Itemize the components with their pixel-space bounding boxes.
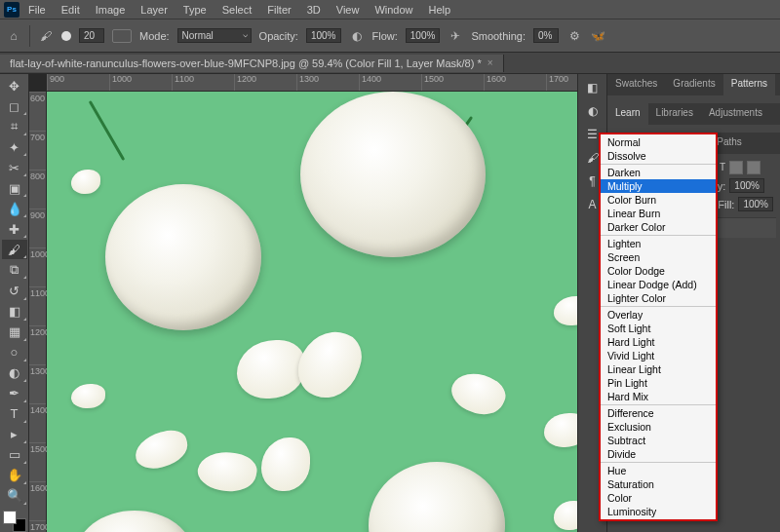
vertical-ruler[interactable]: 600 700 800 900 1000 1100 1200 1300 1400… bbox=[29, 92, 47, 532]
gradient-tool[interactable]: ▦ bbox=[2, 323, 27, 342]
blend-mode-option[interactable]: Linear Dodge (Add) bbox=[601, 278, 716, 291]
learn-tab-group: Learn Libraries Adjustments bbox=[607, 103, 780, 125]
blend-mode-option[interactable]: Color Burn bbox=[601, 193, 716, 207]
crop-tool[interactable]: ✂ bbox=[2, 158, 27, 177]
tab-libraries[interactable]: Libraries bbox=[648, 103, 701, 125]
zoom-tool[interactable]: 🔍 bbox=[2, 486, 27, 506]
lasso-tool[interactable]: ⌗ bbox=[2, 117, 27, 136]
brush-preset-picker[interactable] bbox=[112, 29, 132, 43]
airbrush-icon[interactable]: ✈ bbox=[448, 28, 463, 44]
blend-mode-option[interactable]: Darken bbox=[601, 166, 716, 179]
flower-stem bbox=[89, 100, 126, 161]
color-swatches[interactable] bbox=[3, 511, 26, 532]
blend-mode-option[interactable]: Color Dodge bbox=[601, 264, 716, 278]
blend-mode-option[interactable]: Lighten bbox=[601, 237, 716, 250]
filter-shape-icon[interactable] bbox=[729, 161, 743, 174]
blend-mode-option[interactable]: Screen bbox=[601, 250, 716, 264]
canvas[interactable] bbox=[47, 92, 577, 532]
frame-tool[interactable]: ▣ bbox=[2, 178, 27, 198]
eraser-tool[interactable]: ◧ bbox=[2, 302, 27, 322]
smoothing-gear-icon[interactable]: ⚙ bbox=[566, 28, 582, 44]
blend-mode-option[interactable]: Dissolve bbox=[601, 149, 716, 163]
ruler-tick: 1500 bbox=[421, 74, 484, 91]
blend-mode-option[interactable]: Difference bbox=[601, 406, 716, 420]
horizontal-ruler[interactable]: 900 1000 1100 1200 1300 1400 1500 1600 1… bbox=[47, 74, 577, 92]
blend-mode-option[interactable]: Hue bbox=[601, 464, 716, 477]
clone-stamp-tool[interactable]: ⧉ bbox=[2, 260, 27, 280]
quick-select-tool[interactable]: ✦ bbox=[2, 137, 27, 157]
menu-select[interactable]: Select bbox=[215, 2, 259, 18]
tab-learn[interactable]: Learn bbox=[607, 103, 648, 125]
mode-label: Mode: bbox=[139, 30, 170, 42]
ruler-tick: 1400 bbox=[359, 74, 421, 91]
dodge-tool[interactable]: ◐ bbox=[2, 363, 27, 383]
close-tab-icon[interactable]: × bbox=[488, 57, 493, 68]
blend-mode-option[interactable]: Hard Mix bbox=[601, 390, 716, 403]
healing-tool[interactable]: ✚ bbox=[2, 219, 27, 239]
marquee-tool[interactable]: ◻ bbox=[2, 96, 27, 116]
foreground-color[interactable] bbox=[3, 511, 17, 524]
blend-mode-option[interactable]: Overlay bbox=[601, 308, 716, 322]
tab-gradients[interactable]: Gradients bbox=[665, 74, 722, 95]
blend-mode-option[interactable]: Subtract bbox=[601, 434, 716, 447]
filter-smart-icon[interactable] bbox=[747, 161, 760, 174]
blend-mode-option[interactable]: Normal bbox=[601, 135, 716, 149]
home-icon[interactable]: ⌂ bbox=[6, 28, 21, 44]
pen-tool[interactable]: ✒ bbox=[2, 384, 27, 403]
blend-mode-option[interactable]: Soft Light bbox=[601, 322, 716, 335]
blend-mode-option[interactable]: Divide bbox=[601, 447, 716, 461]
blur-tool[interactable]: ○ bbox=[2, 343, 27, 362]
petal bbox=[544, 413, 577, 447]
menu-layer[interactable]: Layer bbox=[134, 2, 175, 18]
shape-tool[interactable]: ▭ bbox=[2, 445, 27, 465]
blend-mode-option[interactable]: Multiply bbox=[601, 179, 716, 193]
ruler-tick: 1300 bbox=[29, 364, 46, 403]
tab-swatches[interactable]: Swatches bbox=[607, 74, 665, 95]
pressure-opacity-icon[interactable]: ◐ bbox=[349, 28, 365, 44]
menu-file[interactable]: File bbox=[21, 2, 53, 18]
blend-mode-option[interactable]: Luminosity bbox=[601, 505, 716, 518]
menu-help[interactable]: Help bbox=[422, 2, 458, 18]
menu-edit[interactable]: Edit bbox=[55, 2, 87, 18]
adjustments-panel-icon[interactable]: ◐ bbox=[585, 103, 601, 119]
menu-window[interactable]: Window bbox=[368, 2, 419, 18]
tab-adjustments[interactable]: Adjustments bbox=[701, 103, 770, 125]
menu-3d[interactable]: 3D bbox=[300, 2, 328, 18]
blend-mode-option[interactable]: Linear Light bbox=[601, 362, 716, 376]
brush-size-field[interactable]: 20 bbox=[79, 28, 104, 43]
brush-preview[interactable] bbox=[61, 31, 71, 41]
menu-image[interactable]: Image bbox=[89, 2, 133, 18]
blend-mode-option[interactable]: Lighter Color bbox=[601, 291, 716, 305]
blend-mode-option[interactable]: Color bbox=[601, 491, 716, 505]
menu-filter[interactable]: Filter bbox=[260, 2, 297, 18]
hand-tool[interactable]: ✋ bbox=[2, 466, 27, 485]
layer-opacity-field[interactable]: 100% bbox=[729, 178, 764, 193]
document-tab[interactable]: flat-lay-of-white-ranunculus-flowers-ove… bbox=[0, 55, 504, 72]
move-tool[interactable]: ✥ bbox=[2, 76, 27, 95]
brush-tool[interactable]: 🖌 bbox=[2, 240, 27, 259]
eyedropper-tool[interactable]: 💧 bbox=[2, 199, 27, 218]
history-brush-tool[interactable]: ↺ bbox=[2, 281, 27, 300]
layer-fill-field[interactable]: 100% bbox=[738, 197, 773, 211]
blend-mode-select[interactable]: Normal bbox=[177, 28, 252, 43]
menu-view[interactable]: View bbox=[330, 2, 367, 18]
menu-type[interactable]: Type bbox=[176, 2, 214, 18]
blend-mode-option[interactable]: Linear Burn bbox=[601, 207, 716, 220]
blend-mode-option[interactable]: Vivid Light bbox=[601, 349, 716, 362]
blend-mode-option[interactable]: Darker Color bbox=[601, 220, 716, 234]
tab-patterns[interactable]: Patterns bbox=[723, 74, 775, 95]
path-select-tool[interactable]: ▸ bbox=[2, 425, 27, 444]
document-tab-bar: flat-lay-of-white-ranunculus-flowers-ove… bbox=[0, 53, 780, 74]
color-panel-icon[interactable]: ◧ bbox=[585, 80, 601, 95]
flow-field[interactable]: 100% bbox=[406, 28, 441, 43]
symmetry-icon[interactable]: 🦋 bbox=[590, 28, 605, 44]
blend-mode-option[interactable]: Exclusion bbox=[601, 420, 716, 434]
opacity-field[interactable]: 100% bbox=[306, 28, 341, 43]
blend-mode-option[interactable]: Saturation bbox=[601, 477, 716, 491]
blend-mode-option[interactable]: Hard Light bbox=[601, 335, 716, 349]
blend-mode-option[interactable]: Pin Light bbox=[601, 376, 716, 390]
smoothing-field[interactable]: 0% bbox=[533, 28, 559, 43]
brush-tool-icon[interactable]: 🖌 bbox=[38, 28, 54, 44]
petal bbox=[261, 437, 310, 491]
type-tool[interactable]: T bbox=[2, 404, 27, 424]
